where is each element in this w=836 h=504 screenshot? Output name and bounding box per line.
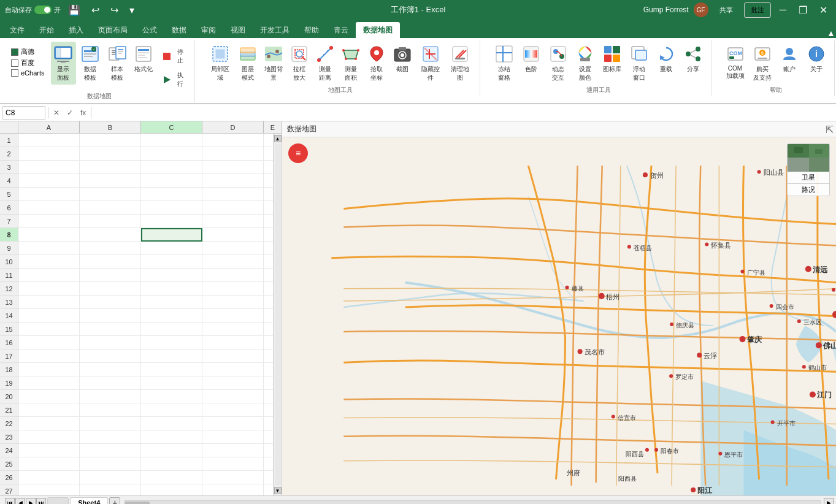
- btn-purchase[interactable]: $ 购买及支持: [750, 42, 775, 85]
- btn-map-background[interactable]: 地图背景: [261, 42, 286, 85]
- cell[interactable]: [202, 282, 264, 296]
- cell[interactable]: [80, 484, 141, 495]
- vertical-scrollbar[interactable]: ▲ ▼: [273, 134, 282, 495]
- btn-account[interactable]: 账户: [777, 42, 802, 76]
- cell[interactable]: [202, 349, 264, 363]
- tab-view[interactable]: 视图: [223, 22, 253, 38]
- cell[interactable]: [202, 188, 264, 201]
- btn-color-scale[interactable]: 色阶: [518, 42, 544, 76]
- cell[interactable]: [80, 296, 141, 309]
- scroll-down-button[interactable]: ▼: [274, 487, 282, 494]
- tab-help[interactable]: 帮助: [297, 22, 326, 38]
- btn-icon-library[interactable]: 图标库: [599, 42, 625, 76]
- tab-formulas[interactable]: 公式: [135, 22, 164, 38]
- horizontal-scroll-thumb[interactable]: [125, 502, 150, 505]
- cell[interactable]: [18, 390, 80, 403]
- cell[interactable]: [141, 188, 202, 201]
- row-num-13[interactable]: 13: [0, 296, 18, 309]
- redo-button[interactable]: ↪: [107, 3, 122, 17]
- btn-com-addin[interactable]: COM COM加载项: [723, 42, 748, 83]
- restore-button[interactable]: ❐: [795, 3, 811, 17]
- minimize-button[interactable]: ─: [776, 3, 790, 17]
- btn-pick-coord[interactable]: 拾取坐标: [364, 42, 389, 85]
- checkbox-baidu[interactable]: 百度: [10, 58, 46, 68]
- cell[interactable]: [141, 296, 202, 309]
- cell[interactable]: [202, 255, 264, 269]
- confirm-formula-button[interactable]: ✓: [64, 107, 75, 118]
- btn-display-panel[interactable]: 显示面板: [51, 42, 77, 85]
- cell[interactable]: [202, 309, 264, 323]
- cell[interactable]: [202, 201, 264, 215]
- cell[interactable]: [80, 471, 141, 484]
- cell[interactable]: [202, 296, 264, 309]
- cell[interactable]: [80, 188, 141, 201]
- map-canvas[interactable]: 贺州 阳山县 连平县 和平县 英德市 新丰县: [282, 137, 836, 495]
- col-header-d[interactable]: D: [202, 121, 264, 133]
- cell[interactable]: [80, 417, 141, 430]
- tab-file[interactable]: 文件: [2, 22, 32, 38]
- cell[interactable]: [141, 403, 202, 417]
- cell[interactable]: [202, 403, 264, 417]
- cell[interactable]: [80, 376, 141, 390]
- cell[interactable]: [141, 282, 202, 296]
- cell[interactable]: [202, 336, 264, 349]
- cell[interactable]: [18, 444, 80, 457]
- cell[interactable]: [80, 390, 141, 403]
- tab-developer[interactable]: 开发工具: [253, 22, 297, 38]
- cell[interactable]: [141, 457, 202, 471]
- row-num-5[interactable]: 5: [0, 188, 18, 201]
- cell[interactable]: [202, 134, 264, 147]
- sheet-nav-last[interactable]: ⏭: [36, 498, 46, 505]
- cell[interactable]: [80, 201, 141, 215]
- row-num-8[interactable]: 8: [0, 228, 18, 242]
- btn-freeze-pane[interactable]: 冻结窗格: [491, 42, 517, 85]
- sheet-tab-sheet4[interactable]: Sheet4: [70, 497, 108, 504]
- col-header-b[interactable]: B: [80, 121, 141, 133]
- checkbox-gaode[interactable]: 高德: [10, 47, 46, 57]
- row-num-19[interactable]: 19: [0, 376, 18, 390]
- cell[interactable]: [80, 309, 141, 323]
- tab-review[interactable]: 审阅: [194, 22, 223, 38]
- row-num-21[interactable]: 21: [0, 403, 18, 417]
- tab-datamap[interactable]: 数据地图: [356, 22, 400, 38]
- cell[interactable]: [202, 417, 264, 430]
- cell[interactable]: [18, 228, 80, 242]
- cell[interactable]: [141, 390, 202, 403]
- cell[interactable]: [202, 269, 264, 282]
- cell[interactable]: [80, 215, 141, 228]
- cell[interactable]: [80, 403, 141, 417]
- cell[interactable]: [18, 255, 80, 269]
- cell[interactable]: [80, 174, 141, 188]
- cell[interactable]: [141, 430, 202, 444]
- row-num-24[interactable]: 24: [0, 444, 18, 457]
- cell[interactable]: [141, 309, 202, 323]
- btn-about[interactable]: i 关于: [803, 42, 829, 76]
- btn-screenshot[interactable]: 截图: [390, 42, 415, 76]
- btn-set-color[interactable]: 设置颜色: [572, 42, 598, 85]
- col-header-a[interactable]: A: [18, 121, 80, 133]
- cell[interactable]: [141, 228, 202, 242]
- btn-sample-template[interactable]: 样本模板: [104, 42, 130, 85]
- cell[interactable]: [80, 134, 141, 147]
- cell[interactable]: [80, 255, 141, 269]
- cell[interactable]: [18, 174, 80, 188]
- row-num-14[interactable]: 14: [0, 309, 18, 323]
- cell[interactable]: [80, 363, 141, 376]
- cell[interactable]: [18, 282, 80, 296]
- row-num-6[interactable]: 6: [0, 201, 18, 215]
- cell[interactable]: [18, 134, 80, 147]
- cell[interactable]: [18, 269, 80, 282]
- tab-data[interactable]: 数据: [164, 22, 194, 38]
- row-num-2[interactable]: 2: [0, 147, 18, 161]
- cell[interactable]: [202, 376, 264, 390]
- cancel-formula-button[interactable]: ✕: [51, 107, 62, 118]
- row-num-23[interactable]: 23: [0, 430, 18, 444]
- cell[interactable]: [202, 444, 264, 457]
- btn-share[interactable]: 分享: [680, 42, 706, 76]
- map-menu-button[interactable]: ≡: [288, 143, 308, 163]
- row-num-11[interactable]: 11: [0, 269, 18, 282]
- cell[interactable]: [141, 323, 202, 336]
- scroll-track[interactable]: [275, 143, 281, 486]
- cell[interactable]: [141, 134, 202, 147]
- tab-home[interactable]: 开始: [32, 22, 61, 38]
